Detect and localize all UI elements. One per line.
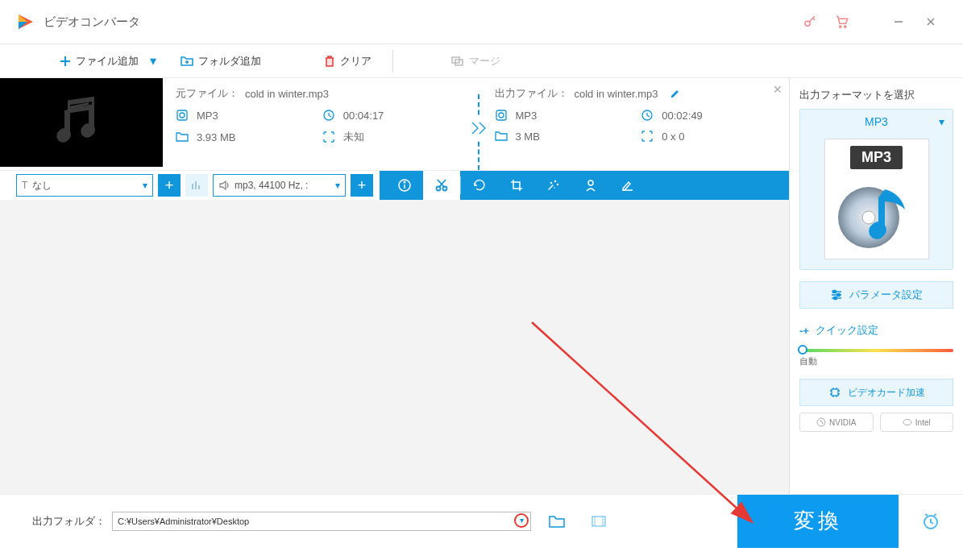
gpu-accel-label: ビデオカード加速	[848, 386, 925, 400]
trash-icon	[324, 55, 335, 68]
browse-folder-button[interactable]	[541, 505, 573, 537]
clock-icon	[641, 109, 655, 122]
svg-point-58	[903, 420, 911, 425]
output-info-column: 出力ファイル： cold in winter.mp3 MP3 00:02:49 …	[495, 86, 782, 170]
add-subtitle-button[interactable]: +	[158, 174, 181, 197]
merge-button[interactable]: マージ	[445, 51, 507, 72]
chevron-down-icon: ▾	[143, 180, 147, 191]
edit-filename-icon[interactable]	[670, 88, 681, 99]
quick-settings-label: クイック設定	[816, 323, 878, 338]
speaker-icon	[218, 180, 230, 191]
output-file-label: 出力ファイル：	[495, 86, 568, 101]
parameter-settings-button[interactable]: パラメータ設定	[799, 281, 953, 309]
cut-tool-icon[interactable]	[423, 171, 460, 200]
svg-point-4	[840, 26, 841, 27]
output-format-card[interactable]: MP3 ▾ MP3	[799, 109, 953, 270]
convert-label: 変換	[794, 507, 842, 535]
svg-point-40	[862, 211, 875, 224]
sliders-icon	[830, 289, 843, 301]
toolbar-separator	[392, 50, 393, 73]
main-toolbar: ファイル追加 ▾ フォルダ追加 クリア マージ	[0, 44, 963, 78]
svg-point-41	[870, 222, 886, 238]
chevron-down-icon: ▾	[335, 180, 340, 191]
output-dimensions: 0 x 0	[662, 131, 684, 143]
output-path-value: C:¥Users¥Administrator¥Desktop	[118, 516, 249, 526]
source-size: 3.93 MB	[197, 131, 235, 143]
folder-icon	[495, 131, 509, 142]
effects-tool-icon[interactable]	[535, 171, 572, 200]
clear-button[interactable]: クリア	[318, 51, 378, 72]
intel-badge: Intel	[880, 413, 954, 432]
bottom-bar: 出力フォルダ： C:¥Users¥Administrator¥Desktop ▾…	[0, 494, 963, 547]
plus-minus-icon: -+	[799, 325, 809, 337]
svg-point-36	[558, 185, 558, 185]
output-path-input[interactable]: C:¥Users¥Administrator¥Desktop ▾	[112, 512, 531, 531]
folder-icon	[176, 131, 190, 143]
subtitle-dropdown[interactable]: T なし ▾	[16, 174, 153, 197]
convert-button[interactable]: 変換	[737, 495, 899, 548]
clear-label: クリア	[340, 54, 372, 68]
watermark-tool-icon[interactable]	[572, 171, 609, 200]
cart-icon[interactable]	[826, 10, 858, 34]
output-size: 3 MB	[516, 131, 540, 143]
subtitle-tool-icon[interactable]	[609, 171, 646, 200]
rotate-tool-icon[interactable]	[461, 171, 498, 200]
svg-rect-18	[92, 99, 94, 131]
activate-key-icon[interactable]	[794, 10, 826, 34]
add-file-button[interactable]: ファイル追加	[53, 51, 145, 72]
disc-icon	[836, 177, 917, 250]
parameter-settings-label: パラメータ設定	[849, 288, 923, 302]
minimize-button[interactable]	[882, 10, 915, 34]
svg-rect-21	[177, 110, 187, 120]
app-logo-icon	[16, 12, 35, 31]
svg-point-22	[180, 113, 185, 118]
slider-thumb[interactable]	[798, 345, 807, 355]
audio-track-dropdown[interactable]: mp3, 44100 Hz, : ▾	[213, 174, 346, 197]
sidebar: 出力フォーマットを選択 MP3 ▾ MP3	[790, 78, 963, 494]
output-folder-label: 出力フォルダ：	[32, 514, 106, 529]
quick-settings-link[interactable]: -+ クイック設定	[799, 323, 953, 338]
file-thumbnail[interactable]	[0, 78, 163, 167]
add-audio-button[interactable]: +	[351, 174, 373, 197]
plus-icon	[60, 56, 71, 67]
quality-slider[interactable]	[799, 349, 953, 352]
subtitle-settings-button[interactable]	[185, 174, 208, 197]
sidebar-header: 出力フォーマットを選択	[799, 88, 953, 102]
remove-file-icon[interactable]: ✕	[773, 83, 782, 96]
svg-point-37	[588, 180, 593, 185]
svg-point-25	[499, 113, 504, 118]
text-icon: T	[22, 180, 27, 191]
add-folder-label: フォルダ追加	[198, 54, 261, 68]
output-duration: 00:02:49	[662, 110, 703, 122]
source-dimensions: 未知	[343, 130, 364, 144]
path-dropdown-icon[interactable]: ▾	[514, 513, 529, 528]
svg-rect-47	[834, 297, 836, 300]
add-file-label: ファイル追加	[76, 54, 139, 68]
source-format: MP3	[197, 110, 218, 122]
svg-point-34	[551, 183, 552, 184]
close-button[interactable]	[915, 10, 947, 34]
schedule-button[interactable]	[899, 495, 963, 548]
svg-rect-45	[833, 291, 836, 293]
add-folder-button[interactable]: フォルダ追加	[174, 51, 268, 72]
music-note-icon	[53, 94, 110, 151]
clock-icon	[322, 109, 337, 122]
svg-point-3	[805, 21, 810, 26]
arrow-divider	[463, 86, 495, 170]
chip-icon	[828, 386, 841, 399]
svg-point-35	[555, 181, 556, 182]
source-file-label: 元ファイル：	[176, 86, 239, 101]
chevron-right-icon	[469, 117, 488, 139]
add-file-dropdown-icon[interactable]: ▾	[150, 53, 156, 68]
gpu-accel-button[interactable]: ビデオカード加速	[799, 379, 953, 406]
svg-marker-2	[19, 15, 27, 22]
crop-tool-icon[interactable]	[498, 171, 535, 200]
titlebar: ビデオコンバータ	[0, 0, 963, 44]
svg-rect-19	[68, 97, 94, 106]
open-folder-button[interactable]	[583, 505, 615, 537]
audio-track-value: mp3, 44100 Hz, :	[235, 180, 308, 191]
subtitle-value: なし	[32, 179, 52, 193]
merge-icon	[451, 56, 464, 67]
chevron-down-icon[interactable]: ▾	[939, 115, 944, 128]
info-tool-icon[interactable]	[386, 171, 423, 200]
